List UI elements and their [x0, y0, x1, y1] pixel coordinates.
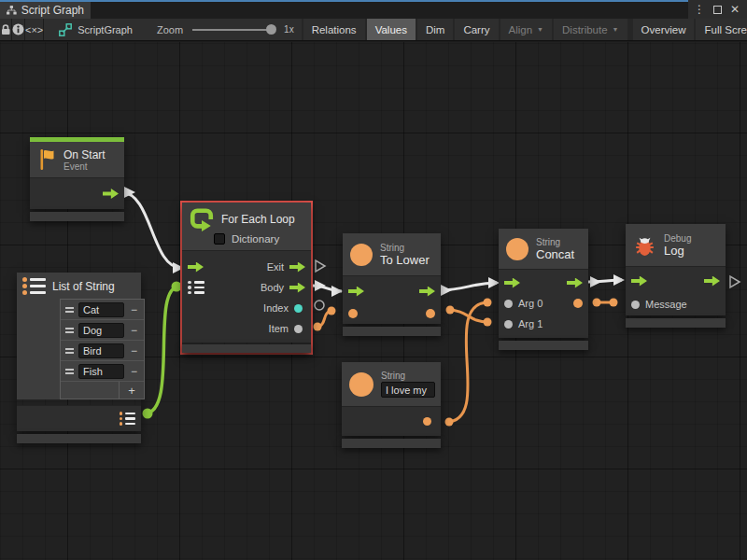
- flow-output-port[interactable]: [103, 189, 119, 199]
- window-close-icon[interactable]: ✕: [730, 0, 740, 19]
- arg0-input-port[interactable]: [504, 300, 513, 308]
- arg0-label: Arg 0: [518, 298, 543, 309]
- code-view-icon: <×>: [25, 24, 43, 35]
- list-item-value[interactable]: Dog: [78, 323, 124, 338]
- bug-icon: [633, 234, 656, 257]
- flow-input-port[interactable]: [188, 262, 204, 273]
- dim-button[interactable]: Dim: [417, 19, 453, 40]
- flow-input-port[interactable]: [504, 278, 520, 288]
- flow-output-port[interactable]: [419, 287, 435, 297]
- full-screen-button[interactable]: Full Screen: [696, 19, 747, 40]
- node-category: String: [381, 371, 435, 381]
- exit-port-label: Exit: [267, 261, 284, 273]
- string-type-icon: [506, 238, 529, 260]
- string-type-icon: [349, 372, 374, 397]
- tab-script-graph[interactable]: Script Graph: [0, 2, 91, 19]
- dictionary-checkbox[interactable]: [214, 233, 225, 245]
- graph-name-label: ScriptGraph: [78, 24, 133, 35]
- node-concat[interactable]: String Concat Arg 0 Arg 1: [499, 229, 588, 350]
- info-button[interactable]: [12, 19, 25, 40]
- node-list-of-string[interactable]: List of String Cat − Dog − Bird −: [17, 273, 141, 443]
- node-footer: [343, 327, 441, 336]
- flow-output-port[interactable]: [567, 278, 583, 288]
- node-debug-log[interactable]: Debug Log Message: [626, 224, 726, 328]
- carry-button[interactable]: Carry: [455, 19, 498, 40]
- node-footer: [17, 434, 141, 443]
- drag-handle-icon[interactable]: [65, 369, 74, 374]
- node-title: To Lower: [380, 253, 430, 267]
- item-port-label: Item: [269, 323, 289, 334]
- drag-handle-icon[interactable]: [65, 307, 74, 313]
- node-string-literal[interactable]: String: [342, 362, 441, 448]
- item-output-port[interactable]: [294, 325, 303, 333]
- align-label: Align: [509, 24, 533, 35]
- node-on-start[interactable]: On Start Event: [30, 137, 124, 221]
- info-icon: [12, 23, 24, 35]
- string-input-port[interactable]: [348, 309, 358, 318]
- body-output-port[interactable]: [289, 283, 305, 293]
- string-type-icon: [350, 244, 373, 266]
- values-button[interactable]: Values: [367, 19, 416, 40]
- zoom-label: Zoom: [157, 24, 183, 35]
- window-maximize-icon[interactable]: [713, 6, 722, 14]
- graph-hierarchy-icon: [7, 5, 17, 16]
- node-for-each-loop[interactable]: For Each Loop Dictionary Exit: [180, 201, 313, 355]
- align-dropdown[interactable]: Align ▼: [500, 19, 553, 40]
- script-graph-icon: [59, 23, 72, 36]
- node-title: Log: [664, 244, 691, 258]
- remove-item-button[interactable]: −: [129, 326, 139, 335]
- message-label: Message: [645, 299, 687, 310]
- node-title: On Start: [63, 148, 106, 161]
- lock-icon: [0, 23, 11, 35]
- relations-button[interactable]: Relations: [303, 19, 365, 40]
- node-footer: [626, 318, 726, 328]
- active-tab-accent-line: [0, 0, 688, 2]
- result-output-port[interactable]: [573, 299, 583, 308]
- window-menu-icon[interactable]: ⋮: [694, 0, 705, 19]
- flow-input-port[interactable]: [631, 276, 647, 287]
- list-item-value[interactable]: Fish: [78, 364, 124, 379]
- toolbar-middle: ScriptGraph Zoom 1x: [44, 19, 301, 40]
- chevron-down-icon: ▼: [537, 26, 543, 33]
- zoom-slider-handle[interactable]: [266, 24, 276, 35]
- list-input-port[interactable]: [188, 281, 204, 295]
- window-tab-strip: Script Graph ⋮ ✕: [0, 0, 747, 19]
- list-item-row: Dog −: [61, 320, 144, 341]
- flow-input-port[interactable]: [348, 287, 364, 297]
- lock-button[interactable]: [0, 19, 12, 40]
- index-output-port[interactable]: [294, 304, 303, 313]
- code-view-button[interactable]: <×>: [25, 19, 44, 40]
- list-item-value[interactable]: Bird: [78, 343, 124, 358]
- exit-output-port[interactable]: [289, 262, 305, 273]
- zoom-slider[interactable]: [192, 29, 275, 31]
- graph-toolbar: <×> ScriptGraph Zoom 1x Relations Values…: [0, 19, 747, 41]
- node-footer: [342, 439, 441, 448]
- list-item-value[interactable]: Cat: [78, 302, 124, 317]
- message-input-port[interactable]: [631, 301, 640, 309]
- overview-button[interactable]: Overview: [633, 19, 695, 40]
- drag-handle-icon[interactable]: [65, 348, 74, 354]
- remove-item-button[interactable]: −: [129, 346, 139, 356]
- string-output-port[interactable]: [423, 417, 431, 426]
- flow-output-port[interactable]: [704, 276, 720, 287]
- string-value-input[interactable]: [381, 382, 435, 398]
- window-controls: ⋮ ✕: [688, 0, 747, 19]
- list-item-row: Cat −: [61, 300, 144, 320]
- list-output-port[interactable]: [120, 412, 136, 426]
- remove-item-button[interactable]: −: [129, 305, 139, 315]
- string-output-port[interactable]: [426, 309, 435, 318]
- arg1-input-port[interactable]: [504, 320, 513, 329]
- drag-handle-icon[interactable]: [65, 328, 74, 333]
- node-footer: [30, 212, 124, 221]
- loop-icon: [190, 207, 214, 231]
- distribute-dropdown[interactable]: Distribute ▼: [554, 19, 627, 40]
- node-subtitle: Event: [63, 161, 106, 172]
- node-footer: [182, 344, 311, 353]
- remove-item-button[interactable]: −: [129, 367, 139, 376]
- list-item-row: Fish −: [61, 361, 144, 382]
- list-editor: Cat − Dog − Bird − Fish −: [60, 299, 145, 399]
- chevron-down-icon: ▼: [613, 26, 619, 33]
- node-to-lower[interactable]: String To Lower: [343, 233, 441, 336]
- dictionary-label: Dictionary: [232, 233, 279, 245]
- add-item-button[interactable]: +: [119, 382, 144, 399]
